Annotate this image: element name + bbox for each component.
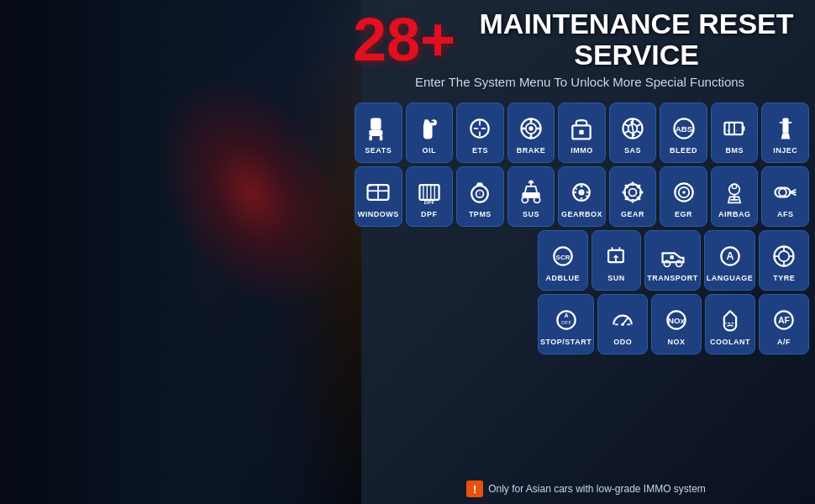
tpms-label: TPMS bbox=[469, 210, 492, 218]
af-label: A/F bbox=[777, 338, 791, 346]
egr-label: EGR bbox=[675, 210, 692, 218]
svg-point-72 bbox=[682, 191, 686, 194]
svg-text:!: ! bbox=[480, 192, 481, 197]
sus-label: SUS bbox=[523, 210, 539, 218]
svg-text:-: - bbox=[736, 126, 738, 132]
mechanic-space bbox=[355, 230, 534, 354]
nox-label: NOx bbox=[668, 338, 686, 346]
subtitle: Enter The System Menu To Unlock More Spe… bbox=[353, 75, 807, 89]
tile-afs[interactable]: AFS bbox=[761, 166, 809, 227]
svg-point-78 bbox=[779, 188, 786, 196]
coolant-label: COOLANT bbox=[710, 338, 750, 346]
tile-seats[interactable]: SEATS bbox=[355, 102, 402, 163]
tiles-grid: SEATS OIL ETS BRAKE bbox=[351, 99, 812, 475]
tile-language[interactable]: A LANGUAGE bbox=[704, 230, 756, 291]
tile-brake[interactable]: BRAKE bbox=[507, 102, 555, 163]
svg-rect-5 bbox=[431, 121, 434, 123]
tile-tyre[interactable]: TYRE bbox=[759, 230, 809, 291]
svg-text:!: ! bbox=[581, 190, 582, 194]
tile-coolant[interactable]: COOLANT bbox=[705, 294, 755, 354]
stopstart-icon: AOFF bbox=[551, 305, 581, 335]
svg-point-92 bbox=[779, 250, 789, 260]
windows-icon bbox=[363, 177, 393, 207]
tile-af[interactable]: AF A/F bbox=[759, 294, 809, 354]
transport-label: TRANSPORT bbox=[647, 274, 698, 282]
svg-text:SCR: SCR bbox=[555, 253, 570, 260]
svg-point-73 bbox=[729, 184, 739, 194]
tile-gear[interactable]: GEAR bbox=[609, 166, 657, 227]
gearbox-label: GEARBOX bbox=[561, 210, 602, 218]
gear-label: GEAR bbox=[621, 210, 644, 218]
oil-label: OIL bbox=[423, 146, 437, 155]
gear-icon bbox=[618, 177, 648, 207]
svg-rect-0 bbox=[371, 118, 381, 129]
oil-icon bbox=[414, 113, 444, 144]
tile-sus[interactable]: SUS bbox=[507, 166, 555, 227]
tile-nox[interactable]: NOx NOx bbox=[651, 294, 702, 354]
tile-injec[interactable]: INJEC bbox=[761, 102, 809, 163]
rows-3-4-right: SCR ADBLUE SUN bbox=[538, 230, 809, 354]
tile-oil[interactable]: OIL bbox=[406, 102, 454, 163]
row-1: SEATS OIL ETS BRAKE bbox=[355, 102, 809, 163]
svg-line-23 bbox=[636, 123, 640, 126]
notice-bar: ! Only for Asian cars with low-grade IMM… bbox=[361, 480, 811, 497]
tile-bms[interactable]: +- BMS bbox=[711, 102, 759, 163]
tile-gearbox[interactable]: ! GEARBOX bbox=[558, 166, 606, 227]
tile-tpms[interactable]: ! TPMS bbox=[456, 166, 504, 227]
svg-point-101 bbox=[621, 323, 624, 326]
tile-egr[interactable]: EGR bbox=[660, 166, 707, 227]
sun-label: SUN bbox=[607, 274, 625, 282]
svg-rect-2 bbox=[370, 135, 373, 139]
windows-label: WINDOWS bbox=[358, 210, 399, 218]
af-icon: AF bbox=[769, 305, 799, 335]
abs-icon: ABS bbox=[669, 113, 699, 144]
count-badge: 28+ bbox=[353, 9, 455, 70]
header-section: 28+ MAINTENANCE RESET SERVICE Enter The … bbox=[353, 8, 807, 89]
row-3: SCR ADBLUE SUN bbox=[538, 230, 809, 291]
tile-transport[interactable]: TRANSPORT bbox=[644, 230, 701, 291]
svg-line-26 bbox=[624, 130, 628, 133]
coolant-icon bbox=[715, 305, 745, 335]
svg-rect-43 bbox=[419, 185, 439, 200]
airbag-icon bbox=[719, 177, 749, 207]
bms-label: BMS bbox=[725, 146, 744, 155]
tile-sun[interactable]: SUN bbox=[592, 230, 642, 291]
main-content: 28+ MAINTENANCE RESET SERVICE Enter The … bbox=[0, 0, 815, 504]
sus-icon bbox=[516, 177, 546, 207]
svg-text:NOx: NOx bbox=[668, 315, 686, 324]
brake-label: BRAKE bbox=[517, 146, 546, 155]
adblue-label: ADBLUE bbox=[546, 274, 581, 282]
svg-text:A: A bbox=[726, 249, 734, 261]
tpms-icon: ! bbox=[465, 177, 495, 207]
svg-text:A: A bbox=[564, 312, 568, 319]
egr-icon bbox=[669, 177, 699, 207]
tile-bleed[interactable]: ABS BLEED bbox=[660, 102, 707, 163]
tile-immo[interactable]: IMMO bbox=[558, 102, 606, 163]
tile-adblue[interactable]: SCR ADBLUE bbox=[538, 230, 588, 291]
svg-text:DPF: DPF bbox=[424, 199, 435, 205]
scr-icon: SCR bbox=[548, 241, 578, 271]
bms-icon: +- bbox=[719, 113, 749, 144]
main-title: MAINTENANCE RESET SERVICE bbox=[466, 8, 807, 71]
svg-rect-3 bbox=[380, 135, 383, 139]
tile-airbag[interactable]: AIRBAG bbox=[711, 166, 759, 227]
tile-dpf[interactable]: DPF DPF bbox=[406, 166, 454, 227]
tile-windows[interactable]: WINDOWS bbox=[355, 166, 402, 227]
tile-sas[interactable]: SAS bbox=[609, 102, 657, 163]
seats-label: SEATS bbox=[365, 146, 392, 155]
immo-label: IMMO bbox=[570, 146, 593, 155]
stopstart-label: STOP/START bbox=[540, 338, 592, 346]
rows-3-4-section: SCR ADBLUE SUN bbox=[355, 230, 809, 354]
svg-line-24 bbox=[636, 130, 640, 133]
ets-label: ETS bbox=[472, 146, 488, 155]
immo-icon bbox=[566, 113, 597, 144]
tile-ets[interactable]: ETS bbox=[456, 102, 504, 163]
tile-stopstart[interactable]: AOFF STOP/START bbox=[538, 294, 594, 354]
svg-line-27 bbox=[624, 123, 628, 126]
svg-rect-37 bbox=[782, 118, 788, 133]
transport-icon bbox=[658, 241, 688, 271]
svg-text:OFF: OFF bbox=[560, 319, 571, 325]
svg-point-61 bbox=[629, 188, 637, 196]
tile-odo[interactable]: ODO bbox=[597, 294, 648, 354]
nox-icon: NOx bbox=[661, 305, 691, 335]
